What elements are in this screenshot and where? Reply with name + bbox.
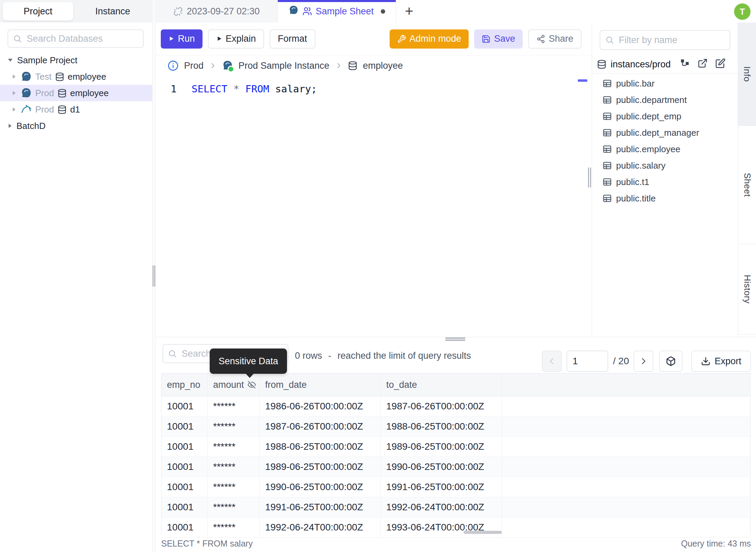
tree-item-prod-employee[interactable]: Prod employee	[0, 85, 152, 101]
table-name: public.employee	[616, 144, 680, 155]
table-row[interactable]: 10001******1991-06-25T00:00:00Z1992-06-2…	[161, 497, 750, 517]
table-row[interactable]: 10001******1988-06-25T00:00:00Z1989-06-2…	[161, 437, 750, 457]
rows-info: 0 rows - reached the limit of query resu…	[295, 337, 471, 374]
unlink-icon	[173, 7, 183, 16]
environment-label: Prod	[35, 88, 54, 98]
tab-unsaved-sheet[interactable]: 2023-09-27 02:30	[156, 0, 278, 23]
connection-breadcrumb: Prod Prod Sample Instance employee	[156, 55, 592, 76]
search-icon	[168, 349, 177, 358]
table-cell-filler	[502, 417, 750, 436]
caret-right-icon[interactable]	[11, 90, 17, 96]
divider	[592, 73, 738, 74]
table-cell: 1989-06-25T00:00:00Z	[381, 437, 502, 457]
next-page-button[interactable]	[634, 351, 653, 372]
breadcrumb-instance[interactable]: Prod Sample Instance	[238, 61, 329, 71]
query-time: Query time: 43 ms	[681, 539, 751, 549]
table-list-item[interactable]: public.salary	[592, 157, 738, 174]
tree-item-batchd[interactable]: BatchD	[0, 118, 152, 134]
breadcrumb-environment[interactable]: Prod	[184, 61, 204, 71]
search-databases-input[interactable]	[26, 33, 138, 44]
table-list-item[interactable]: public.employee	[592, 141, 738, 157]
table-name: public.dept_emp	[616, 111, 681, 122]
table-cell: 1987-06-26T00:00:00Z	[260, 417, 381, 436]
caret-right-icon[interactable]	[11, 74, 17, 80]
table-cell-filler	[502, 517, 750, 537]
table-row[interactable]: 10001******1986-06-26T00:00:00Z1987-06-2…	[161, 396, 750, 417]
prev-page-button[interactable]	[542, 351, 562, 372]
caret-right-icon[interactable]	[7, 123, 13, 129]
environment-label: Prod	[35, 104, 54, 115]
format-button[interactable]: Format	[270, 29, 315, 49]
avatar[interactable]: T	[734, 3, 751, 20]
table-list-item[interactable]: public.dept_manager	[592, 124, 738, 141]
tree-item-test-employee[interactable]: Test employee	[0, 68, 152, 85]
table-list-item[interactable]: public.department	[592, 92, 738, 108]
database-path: instances/prod	[611, 59, 671, 70]
edit-icon[interactable]	[715, 58, 726, 68]
tab-history[interactable]: History	[738, 244, 756, 334]
save-button[interactable]: Save	[474, 29, 523, 49]
caret-down-icon[interactable]	[7, 57, 14, 64]
project-label: Sample Project	[17, 55, 77, 66]
sql-editor[interactable]: 1 SELECT * FROM salary;	[156, 76, 592, 337]
table-cell: 10001	[161, 437, 208, 457]
tree-item-sample-project[interactable]: Sample Project	[0, 52, 152, 68]
editor-scrollbar-thumb[interactable]	[578, 79, 587, 82]
column-header[interactable]: to_date	[381, 373, 502, 396]
database-icon	[597, 60, 607, 69]
caret-right-icon[interactable]	[11, 106, 17, 113]
eye-off-icon[interactable]	[247, 380, 256, 389]
horizontal-scrollbar-thumb[interactable]	[464, 531, 502, 534]
divider-handle[interactable]	[153, 265, 154, 287]
database-sidebar: Project Instance Sample Project Test	[0, 0, 152, 552]
table-cell-filler	[502, 396, 750, 416]
tree-item-prod-d1[interactable]: Prod d1	[0, 101, 152, 118]
table-cell: 10001	[161, 457, 208, 477]
table-list-item[interactable]: public.dept_emp	[592, 108, 738, 124]
table-list-item[interactable]: public.bar	[592, 75, 738, 92]
table-name: public.salary	[616, 160, 666, 171]
database-icon	[55, 72, 64, 81]
page-number-input[interactable]	[566, 351, 608, 372]
share-button[interactable]: Share	[528, 29, 582, 49]
tab-sample-sheet[interactable]: Sample Sheet	[278, 0, 396, 23]
table-row[interactable]: 10001******1987-06-26T00:00:00Z1988-06-2…	[161, 417, 750, 437]
info-icon[interactable]	[168, 60, 179, 71]
tab-sheet[interactable]: Sheet	[738, 126, 756, 244]
team-icon	[302, 6, 312, 16]
table-row[interactable]: 10001******1989-06-25T00:00:00Z1990-06-2…	[161, 457, 750, 477]
table-name: public.dept_manager	[616, 128, 699, 138]
visualize-button[interactable]	[659, 351, 682, 372]
external-link-icon[interactable]	[698, 58, 708, 68]
export-button[interactable]: Export	[691, 351, 751, 372]
table-icon	[602, 79, 612, 88]
filter-by-name-input[interactable]	[618, 35, 725, 46]
schema-diagram-icon[interactable]	[680, 58, 690, 68]
side-tab-strip: Info Sheet History	[738, 23, 756, 337]
column-header[interactable]: emp_no	[161, 373, 208, 396]
tab-instance[interactable]: Instance	[73, 6, 152, 17]
explain-button[interactable]: Explain	[208, 29, 264, 49]
sql-keyword: FROM	[245, 83, 269, 95]
table-icon	[602, 128, 612, 137]
breadcrumb-database[interactable]: employee	[363, 61, 403, 71]
query-results-panel: Sensitive Data 0 rows - reached the limi…	[156, 337, 756, 552]
panel-resize-handle[interactable]	[590, 168, 591, 187]
results-resize-handle[interactable]	[445, 338, 465, 339]
table-list-item[interactable]: public.title	[592, 190, 738, 207]
column-header[interactable]: from_date	[260, 373, 381, 396]
panel-resize-handle[interactable]	[588, 168, 589, 187]
database-icon	[57, 89, 67, 98]
tab-info[interactable]: Info	[738, 23, 756, 126]
new-tab-button[interactable]: +	[401, 3, 417, 19]
tab-project[interactable]: Project	[3, 2, 73, 21]
divider-handle[interactable]	[154, 265, 155, 287]
admin-mode-button[interactable]: Admin mode	[390, 29, 469, 49]
results-resize-handle[interactable]	[445, 340, 465, 341]
table-cell: 1993-06-24T00:00:00Z	[381, 517, 502, 537]
run-button[interactable]: Run	[161, 29, 203, 49]
results-status-bar: SELECT * FROM salary Query time: 43 ms	[156, 535, 756, 552]
table-row[interactable]: 10001******1990-06-25T00:00:00Z1991-06-2…	[161, 477, 750, 497]
table-list-item[interactable]: public.t1	[592, 174, 738, 190]
page-total: / 20	[613, 351, 629, 372]
